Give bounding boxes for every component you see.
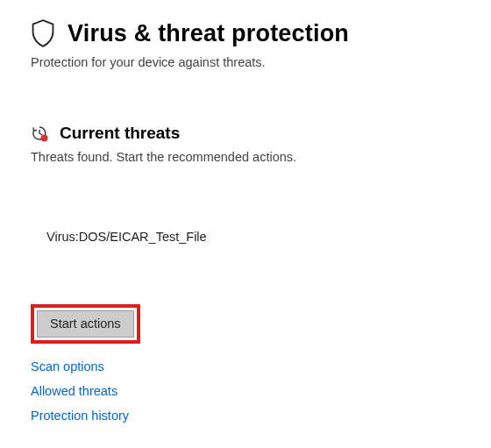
allowed-threats-link[interactable]: Allowed threats	[31, 384, 460, 398]
scan-options-link[interactable]: Scan options	[31, 359, 460, 373]
page-subtitle: Protection for your device against threa…	[31, 55, 460, 69]
shield-icon	[31, 19, 55, 47]
history-alert-icon	[31, 124, 48, 142]
section-title: Current threats	[60, 124, 180, 143]
protection-history-link[interactable]: Protection history	[31, 409, 460, 423]
highlight-box: Start actions	[31, 304, 140, 344]
svg-point-0	[41, 135, 48, 142]
links-group: Scan options Allowed threats Protection …	[31, 359, 460, 423]
section-subtitle: Threats found. Start the recommended act…	[31, 150, 460, 164]
page-header: Virus & threat protection	[31, 0, 460, 47]
page-title: Virus & threat protection	[68, 20, 349, 47]
section-header: Current threats	[31, 124, 460, 143]
start-actions-button[interactable]: Start actions	[37, 310, 134, 338]
threat-item: Virus:DOS/EICAR_Test_File	[46, 230, 460, 244]
